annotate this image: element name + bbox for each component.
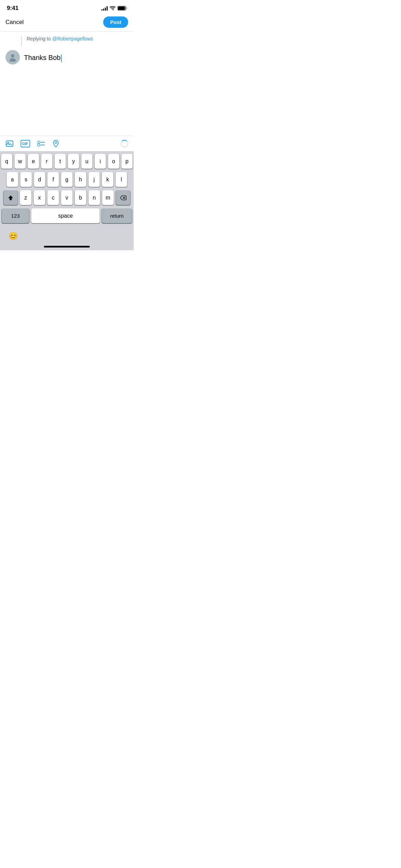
wifi-icon xyxy=(110,6,116,11)
compose-text-content: Thanks Bob xyxy=(24,54,61,61)
key-c[interactable]: c xyxy=(47,190,59,205)
keyboard-row-4: 123 space return xyxy=(1,208,133,223)
compose-area: Thanks Bob xyxy=(0,46,134,67)
status-icons xyxy=(101,6,127,11)
key-g[interactable]: g xyxy=(61,172,73,187)
key-m[interactable]: m xyxy=(102,190,114,205)
svg-point-2 xyxy=(11,54,14,58)
key-f[interactable]: f xyxy=(47,172,59,187)
image-icon[interactable] xyxy=(5,140,14,148)
key-t[interactable]: t xyxy=(54,154,66,169)
key-k[interactable]: k xyxy=(102,172,113,187)
key-p[interactable]: p xyxy=(121,154,133,169)
post-button[interactable]: Post xyxy=(103,16,128,28)
replying-to-label: Replying to xyxy=(27,36,51,41)
toolbar-left-icons: GIF xyxy=(5,140,60,148)
space-key[interactable]: space xyxy=(31,208,100,223)
status-time: 9:41 xyxy=(7,5,19,12)
bottom-bar: 😊 xyxy=(0,228,134,244)
key-s[interactable]: s xyxy=(20,172,32,187)
delete-key[interactable] xyxy=(116,190,130,205)
reply-context: Replying to @Robertpageflows xyxy=(0,32,134,46)
numbers-key[interactable]: 123 xyxy=(2,208,29,223)
compose-empty-space[interactable] xyxy=(0,67,134,136)
avatar xyxy=(5,50,20,64)
key-i[interactable]: i xyxy=(95,154,106,169)
svg-point-12 xyxy=(55,142,57,144)
location-icon[interactable] xyxy=(52,140,60,148)
keyboard-row-1: q w e r t y u i o p xyxy=(1,154,133,169)
signal-icon xyxy=(101,6,108,11)
svg-point-8 xyxy=(38,141,40,144)
key-l[interactable]: l xyxy=(116,172,127,187)
key-a[interactable]: a xyxy=(7,172,18,187)
compose-toolbar: GIF xyxy=(0,136,134,151)
status-bar: 9:41 xyxy=(0,0,134,14)
top-nav: Cancel Post xyxy=(0,14,134,32)
key-x[interactable]: x xyxy=(34,190,45,205)
key-v[interactable]: v xyxy=(61,190,73,205)
list-icon[interactable] xyxy=(37,140,45,147)
svg-rect-1 xyxy=(118,7,125,10)
compose-text-field[interactable]: Thanks Bob xyxy=(24,50,128,64)
keyboard: q w e r t y u i o p a s d f g h j k l z … xyxy=(0,151,134,228)
loading-spinner xyxy=(121,140,128,147)
home-indicator-area xyxy=(0,244,134,250)
key-r[interactable]: r xyxy=(41,154,52,169)
text-cursor xyxy=(61,55,62,62)
key-h[interactable]: h xyxy=(75,172,86,187)
key-y[interactable]: y xyxy=(68,154,79,169)
reply-text-area: Replying to @Robertpageflows xyxy=(23,36,128,42)
battery-icon xyxy=(118,6,127,11)
shift-key[interactable] xyxy=(3,190,18,205)
svg-text:GIF: GIF xyxy=(22,142,28,146)
key-j[interactable]: j xyxy=(88,172,100,187)
return-key[interactable]: return xyxy=(102,208,132,223)
keyboard-row-3: z x c v b n m xyxy=(1,190,133,205)
key-n[interactable]: n xyxy=(88,190,100,205)
svg-point-9 xyxy=(38,144,40,146)
cancel-button[interactable]: Cancel xyxy=(5,17,24,27)
key-q[interactable]: q xyxy=(1,154,12,169)
keyboard-row-2: a s d f g h j k l xyxy=(1,172,133,187)
emoji-button[interactable]: 😊 xyxy=(7,230,19,242)
home-bar xyxy=(44,246,90,248)
key-e[interactable]: e xyxy=(28,154,39,169)
key-d[interactable]: d xyxy=(34,172,46,187)
key-u[interactable]: u xyxy=(81,154,93,169)
replying-to-user[interactable]: @Robertpageflows xyxy=(52,36,93,41)
key-w[interactable]: w xyxy=(14,154,26,169)
key-z[interactable]: z xyxy=(20,190,32,205)
key-o[interactable]: o xyxy=(108,154,119,169)
gif-icon[interactable]: GIF xyxy=(21,140,30,147)
key-b[interactable]: b xyxy=(75,190,86,205)
svg-point-3 xyxy=(10,58,16,62)
